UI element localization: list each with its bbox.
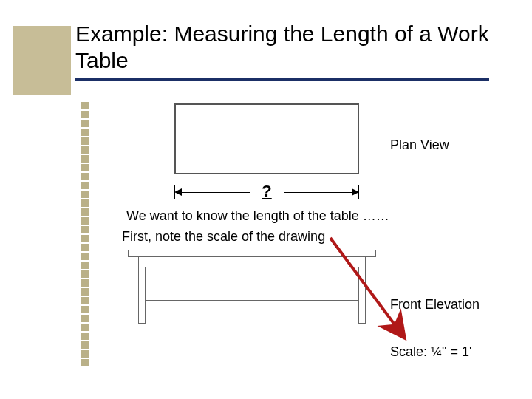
bullet-square-icon	[81, 182, 89, 189]
bullet-square-icon	[81, 102, 89, 109]
bullet-square-icon	[81, 137, 89, 145]
dimension-unknown: ?	[174, 182, 359, 201]
body-line-2: First, note the scale of the drawing	[122, 229, 325, 245]
bullet-square-icon	[81, 208, 89, 216]
bullet-square-icon	[81, 332, 89, 340]
scale-label: Scale: ¼" = 1'	[390, 344, 471, 360]
bullet-square-icon	[81, 129, 89, 136]
bullet-square-icon	[81, 315, 89, 322]
bullet-column	[81, 102, 89, 366]
bullet-square-icon	[81, 164, 89, 171]
title-text: Example: Measuring the Length of a Work …	[75, 21, 489, 72]
front-elevation-drawing	[128, 250, 376, 324]
dimension-line: ?	[174, 177, 359, 200]
bullet-square-icon	[81, 279, 89, 287]
bullet-square-icon	[81, 120, 89, 127]
bullet-square-icon	[81, 341, 89, 349]
bullet-square-icon	[81, 262, 89, 269]
page-title: Example: Measuring the Length of a Work …	[75, 21, 489, 81]
bullet-square-icon	[81, 173, 89, 180]
bullet-square-icon	[81, 146, 89, 154]
plan-view-rectangle	[174, 103, 359, 174]
bullet-square-icon	[81, 359, 89, 366]
bullet-square-icon	[81, 306, 89, 313]
bullet-square-icon	[81, 270, 89, 278]
bullet-square-icon	[81, 324, 89, 331]
plan-view-label: Plan View	[390, 137, 449, 153]
floor-line	[122, 324, 382, 324]
table-apron	[138, 257, 366, 267]
table-top	[128, 250, 376, 257]
bullet-square-icon	[81, 288, 89, 296]
bullet-square-icon	[81, 226, 89, 233]
bullet-square-icon	[81, 111, 89, 118]
bullet-square-icon	[81, 235, 89, 242]
bullet-square-icon	[81, 217, 89, 225]
bullet-square-icon	[81, 297, 89, 304]
bullet-square-icon	[81, 191, 89, 198]
bullet-square-icon	[81, 244, 89, 251]
accent-block	[13, 26, 71, 95]
body-line-1: We want to know the length of the table …	[126, 208, 389, 224]
front-elevation-label: Front Elevation	[390, 297, 480, 313]
bullet-square-icon	[81, 200, 89, 207]
table-stretcher	[146, 300, 358, 304]
bullet-square-icon	[81, 350, 89, 358]
bullet-square-icon	[81, 155, 89, 163]
title-underline	[75, 78, 489, 81]
bullet-square-icon	[81, 253, 89, 260]
